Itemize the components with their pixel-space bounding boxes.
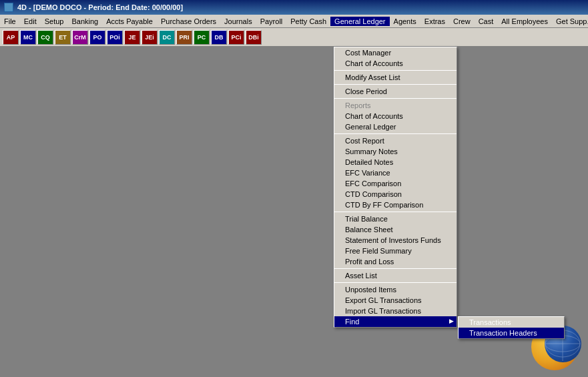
menu-bar-item-edit[interactable]: Edit xyxy=(20,17,41,26)
menu-statement-of-investors[interactable]: Statement of Investors Funds xyxy=(334,235,457,246)
separator-7 xyxy=(334,282,457,283)
menu-cost-report[interactable]: Cost Report xyxy=(334,135,457,146)
menu-ctd-comparison[interactable]: CTD Comparison xyxy=(334,189,457,200)
title-bar: 4D - [DEMO DOCO - Period: End Date: 00/0… xyxy=(0,0,588,15)
menu-bar-item-get-support[interactable]: Get Supp... xyxy=(552,17,588,26)
separator-1 xyxy=(334,70,457,71)
separator-2 xyxy=(334,84,457,85)
menu-find[interactable]: Find Transactions Transaction Headers xyxy=(334,316,457,327)
separator-6 xyxy=(334,268,457,269)
menu-unposted-items[interactable]: Unposted Items xyxy=(334,284,457,295)
menu-bar-item-accts-payable[interactable]: Accts Payable xyxy=(102,17,157,26)
menu-bar-item-banking[interactable]: Banking xyxy=(67,17,102,26)
menu-chart-of-accounts[interactable]: Chart of Accounts xyxy=(334,111,457,121)
menu-cost-manager[interactable]: Cost Manager xyxy=(334,47,457,58)
menu-bar-item-petty-cash[interactable]: Petty Cash xyxy=(286,17,330,26)
menu-bar-item-crew[interactable]: Crew xyxy=(449,17,475,26)
separator-5 xyxy=(334,212,457,212)
separator-4 xyxy=(334,133,457,134)
reports-header: Reports xyxy=(334,100,457,111)
title-bar-text: 4D - [DEMO DOCO - Period: End Date: 00/0… xyxy=(17,3,183,11)
menu-import-gl-transactions[interactable]: Import GL Transactions xyxy=(334,306,457,316)
menu-free-field-summary[interactable]: Free Field Summary xyxy=(334,246,457,256)
submenu-transaction-headers[interactable]: Transaction Headers xyxy=(459,328,564,338)
menu-detailed-notes[interactable]: Detailed Notes xyxy=(334,157,457,167)
menu-efc-variance[interactable]: EFC Variance xyxy=(334,167,457,178)
toolbar-btn-pci[interactable]: PCi xyxy=(228,30,244,45)
toolbar-btn-po[interactable]: PO xyxy=(89,30,105,45)
submenu-transactions[interactable]: Transactions xyxy=(459,317,564,328)
menu-profit-and-loss[interactable]: Profit and Loss xyxy=(334,256,457,267)
menu-close-period[interactable]: Close Period xyxy=(334,86,457,97)
menu-bar-item-journals[interactable]: Journals xyxy=(220,17,256,26)
menu-balance-sheet[interactable]: Balance Sheet xyxy=(334,224,457,235)
toolbar-btn-je[interactable]: JE xyxy=(124,30,140,45)
menu-bar-item-general-ledger[interactable]: General Ledger xyxy=(330,17,389,26)
menu-modify-asset-list[interactable]: Modify Asset List xyxy=(334,72,457,83)
general-ledger-dropdown: Cost Manager Chart of Accounts Modify As… xyxy=(334,47,457,328)
menu-general-ledger[interactable]: General Ledger xyxy=(334,121,457,132)
toolbar-btn-mc[interactable]: MC xyxy=(20,30,36,45)
menu-bar-item-purchase-orders[interactable]: Purchase Orders xyxy=(157,17,220,26)
toolbar-btn-cq[interactable]: CQ xyxy=(37,30,53,45)
menu-bar: FileEditSetupBankingAccts PayablePurchas… xyxy=(0,15,588,28)
toolbar-btn-db[interactable]: DB xyxy=(211,30,227,45)
menu-bar-item-extras[interactable]: Extras xyxy=(420,17,449,26)
toolbar-btn-et[interactable]: ET xyxy=(55,30,71,45)
toolbar-btn-ap[interactable]: AP xyxy=(3,30,19,45)
toolbar-btn-pri[interactable]: PRI xyxy=(176,30,192,45)
app-icon xyxy=(4,3,13,12)
menu-bar-item-agents[interactable]: Agents xyxy=(390,17,420,26)
menu-bar-item-all-employees[interactable]: All Employees xyxy=(497,17,552,26)
separator-3 xyxy=(334,98,457,99)
menu-chart-of-accounts-top[interactable]: Chart of Accounts xyxy=(334,58,457,69)
toolbar-btn-dc[interactable]: DC xyxy=(159,30,175,45)
menu-summary-notes[interactable]: Summary Notes xyxy=(334,146,457,157)
menu-ctd-by-ff-comparison[interactable]: CTD By FF Comparison xyxy=(334,200,457,210)
menu-bar-item-cast[interactable]: Cast xyxy=(475,17,498,26)
toolbar-btn-pc[interactable]: PC xyxy=(194,30,210,45)
menu-bar-item-file[interactable]: File xyxy=(0,17,20,26)
menu-asset-list[interactable]: Asset List xyxy=(334,270,457,281)
toolbar-btn-dbi[interactable]: DBi xyxy=(246,30,262,45)
main-content: Cost Manager Chart of Accounts Modify As… xyxy=(0,47,588,377)
menu-export-gl-transactions[interactable]: Export GL Transactions xyxy=(334,295,457,306)
toolbar-btn-jei[interactable]: JEi xyxy=(141,30,158,45)
find-submenu: Transactions Transaction Headers xyxy=(458,316,565,339)
toolbar-btn-poi[interactable]: POi xyxy=(107,30,123,45)
menu-trial-balance[interactable]: Trial Balance xyxy=(334,214,457,224)
toolbar-btn-crm[interactable]: CrM xyxy=(72,30,88,45)
toolbar: APMCCQETCrMPOPOiJEJEiDCPRIPCDBPCiDBi xyxy=(0,28,588,47)
menu-bar-item-payroll[interactable]: Payroll xyxy=(256,17,287,26)
menu-bar-item-setup[interactable]: Setup xyxy=(41,17,68,26)
menu-efc-comparison[interactable]: EFC Comparison xyxy=(334,178,457,189)
